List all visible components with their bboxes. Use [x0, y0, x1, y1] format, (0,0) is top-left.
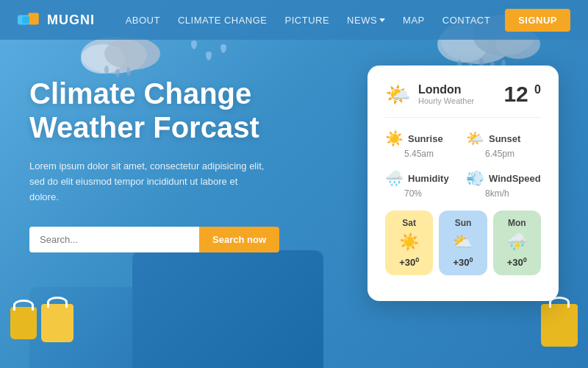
forecast-mon-day: Mon [508, 218, 526, 228]
forecast-sun-temp: +300 [453, 256, 473, 268]
temperature-display: 12 0 [503, 82, 541, 107]
humidity-value: 70% [404, 188, 460, 199]
stat-sunset-row: 🌤️ Sunset [466, 130, 541, 147]
nav-item-news[interactable]: NEWS [347, 15, 385, 26]
nav-item-picture[interactable]: PICTURE [285, 13, 330, 26]
temp-value: 12 [503, 82, 528, 106]
forecast-mon-temp: +300 [507, 256, 527, 268]
hero-subtext: Lorem ipsum dolor sit amet, consectetur … [29, 159, 265, 205]
logo-text: MUGNI [47, 13, 95, 28]
windspeed-icon: 💨 [466, 169, 484, 187]
search-button[interactable]: Search now [199, 227, 279, 252]
card-header: 🌤️ London Hourly Weather 12 0 [385, 82, 541, 118]
navbar: MUGNI ABOUT CLIMATE CHANGE PICTURE NEWS … [0, 0, 588, 40]
nav-links: ABOUT CLIMATE CHANGE PICTURE NEWS MAP CO… [126, 13, 491, 26]
signup-button[interactable]: SIGNUP [505, 9, 570, 32]
weather-card: 🌤️ London Hourly Weather 12 0 ☀️ Sunrise… [368, 66, 559, 301]
city-name: London [418, 83, 496, 96]
sunset-value: 6.45pm [485, 149, 541, 159]
logo-icon [18, 11, 41, 29]
sunset-icon: 🌤️ [466, 130, 484, 147]
stat-sunrise: ☀️ Sunrise 5.45am [385, 130, 460, 159]
forecast-sat-icon: ☀️ [399, 233, 419, 252]
stat-humidity-row: 🌧️ Humidity [385, 169, 460, 187]
nav-item-climate-change[interactable]: CLIMATE CHANGE [178, 13, 268, 26]
windspeed-value: 8km/h [485, 188, 541, 199]
forecast-mon-icon: ⛈️ [507, 233, 527, 252]
sunrise-label: Sunrise [408, 133, 443, 144]
forecast-sat-temp: +300 [399, 256, 419, 268]
forecast-sun-icon: ⛅ [453, 233, 473, 252]
forecast-row: Sat ☀️ +300 Sun ⛅ +300 Mon ⛈️ +300 [385, 210, 541, 275]
search-bar: Search now [29, 227, 279, 252]
nav-item-about[interactable]: ABOUT [126, 13, 160, 26]
sunrise-value: 5.45am [404, 149, 460, 159]
shopping-bags-left [10, 304, 74, 342]
city-subtitle: Hourly Weather [418, 96, 496, 105]
forecast-mon: Mon ⛈️ +300 [493, 210, 541, 275]
logo[interactable]: MUGNI [18, 11, 95, 29]
main-content: Climate Change Weather Forcast Lorem ips… [0, 40, 588, 301]
temp-unit: 0 [534, 83, 541, 96]
headline: Climate Change Weather Forcast [29, 77, 353, 144]
hero-left: Climate Change Weather Forcast Lorem ips… [29, 69, 353, 301]
search-input[interactable] [29, 227, 199, 252]
humidity-label: Humidity [408, 173, 449, 184]
headline-line2: Weather Forcast [29, 111, 259, 144]
humidity-icon: 🌧️ [385, 169, 404, 187]
news-chevron-icon [379, 18, 385, 22]
sunset-label: Sunset [489, 133, 520, 144]
forecast-sun: Sun ⛅ +300 [439, 210, 487, 275]
nav-item-map[interactable]: MAP [403, 13, 425, 26]
card-city-info: London Hourly Weather [418, 83, 496, 105]
stats-grid: ☀️ Sunrise 5.45am 🌤️ Sunset 6.45pm 🌧️ Hu… [385, 130, 541, 199]
stat-humidity: 🌧️ Humidity 70% [385, 169, 460, 199]
nav-item-contact[interactable]: CONTACT [442, 13, 490, 26]
headline-line1: Climate Change [29, 77, 251, 110]
stat-sunset: 🌤️ Sunset 6.45pm [466, 130, 541, 159]
svg-rect-17 [22, 16, 29, 24]
forecast-sat: Sat ☀️ +300 [385, 210, 433, 275]
windspeed-label: WindSpeed [489, 173, 541, 184]
forecast-sat-day: Sat [402, 218, 416, 228]
stat-sunrise-row: ☀️ Sunrise [385, 130, 460, 147]
svg-rect-16 [28, 13, 38, 24]
city-weather-icon: 🌤️ [385, 82, 411, 107]
stat-windspeed: 💨 WindSpeed 8km/h [466, 169, 541, 199]
stat-windspeed-row: 💨 WindSpeed [466, 169, 541, 187]
sunrise-icon: ☀️ [385, 130, 404, 147]
shopping-bag-right [541, 304, 578, 350]
forecast-sun-day: Sun [455, 218, 472, 228]
